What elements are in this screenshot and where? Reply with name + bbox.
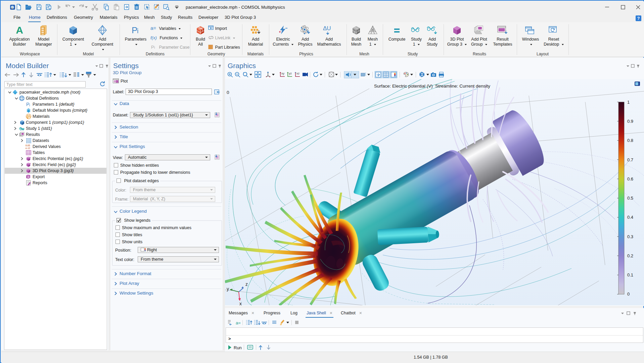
svg-text:x: x xyxy=(239,301,242,305)
svg-text:0.4: 0.4 xyxy=(627,215,633,220)
svg-text:0: 0 xyxy=(227,90,229,95)
svg-text:0.2: 0.2 xyxy=(627,253,633,258)
svg-text:z: z xyxy=(245,281,248,287)
svg-text:0.7: 0.7 xyxy=(627,157,633,162)
svg-text:i: i xyxy=(154,45,155,49)
svg-text:i: i xyxy=(137,27,138,35)
svg-text:xy: xy xyxy=(281,72,285,75)
svg-text:xz: xz xyxy=(296,72,300,75)
svg-text:0.9: 0.9 xyxy=(627,119,633,124)
svg-text:Surface: Electric potential (V: Surface: Electric potential (V) Streamli… xyxy=(374,84,490,89)
svg-text:A: A xyxy=(16,25,23,36)
svg-text:a=: a= xyxy=(236,320,241,325)
svg-text:0.3: 0.3 xyxy=(627,234,633,239)
svg-text:P: P xyxy=(151,45,154,50)
svg-text:ΔU: ΔU xyxy=(323,25,331,32)
svg-text:csv: csv xyxy=(28,176,30,178)
svg-text:0: 0 xyxy=(627,292,630,297)
svg-text:e-12: e-12 xyxy=(26,147,30,149)
svg-text:P: P xyxy=(132,25,137,35)
svg-text:yz: yz xyxy=(289,72,292,75)
svg-text:0.8: 0.8 xyxy=(627,138,633,143)
svg-text:P: P xyxy=(26,102,29,107)
svg-text:0.5: 0.5 xyxy=(627,196,633,201)
svg-text:0.6: 0.6 xyxy=(627,176,633,182)
svg-text:0.1: 0.1 xyxy=(627,272,633,277)
svg-text:a=: a= xyxy=(150,25,156,31)
svg-text:f(x): f(x) xyxy=(150,35,157,40)
svg-text:i: i xyxy=(29,103,30,107)
svg-text:8.85: 8.85 xyxy=(26,144,30,147)
svg-text:Run: Run xyxy=(234,345,242,350)
svg-text:1: 1 xyxy=(627,100,630,105)
svg-text:y: y xyxy=(227,286,229,292)
